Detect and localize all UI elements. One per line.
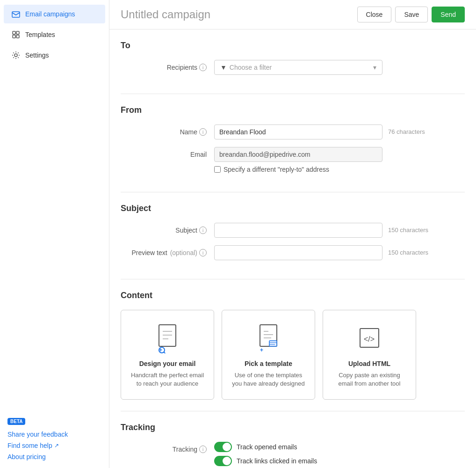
design-email-title: Design your email — [139, 360, 196, 367]
content-section: Content + Design your email Hand — [121, 279, 465, 411]
track-opened-label: Track opened emails — [237, 443, 297, 451]
reply-to-checkbox-row: Specify a different "reply-to" address — [214, 166, 465, 173]
sidebar-item-templates[interactable]: Templates — [4, 25, 105, 44]
tracking-row: Tracking i Track opened emails Track lin… — [121, 442, 465, 466]
svg-point-5 — [14, 54, 17, 57]
share-feedback-link[interactable]: Share your feedback — [7, 431, 101, 438]
design-email-desc: Handcraft the perfect email to reach you… — [129, 371, 206, 388]
track-links-label: Track links clicked in emails — [237, 457, 317, 465]
content-section-title: Content — [121, 291, 465, 300]
preview-text-control: 150 characters — [214, 245, 465, 260]
svg-rect-2 — [16, 31, 19, 34]
preview-text-label: Preview text (optional) i — [121, 245, 214, 256]
upload-html-card[interactable]: </> Upload HTML Copy paste an existing e… — [323, 310, 416, 400]
recipients-control: ▼ Choose a filter ▾ — [214, 60, 465, 75]
save-button[interactable]: Save — [395, 7, 428, 22]
share-feedback-label: Share your feedback — [7, 431, 68, 438]
filter-icon: ▼ — [220, 64, 227, 71]
header-actions: Close Save Send — [357, 7, 465, 22]
svg-line-8 — [164, 352, 166, 353]
name-control: 76 characters — [214, 124, 465, 139]
name-char-count: 76 characters — [388, 124, 425, 135]
svg-rect-0 — [12, 12, 20, 17]
design-email-icon: + — [151, 322, 184, 354]
pick-template-desc: Use of one the templates you have alread… — [230, 371, 307, 388]
name-input[interactable] — [214, 124, 382, 139]
send-button[interactable]: Send — [432, 7, 465, 22]
upload-html-icon: </> — [353, 322, 386, 354]
design-email-card[interactable]: + Design your email Handcraft the perfec… — [121, 310, 214, 400]
name-info-icon: i — [199, 128, 207, 136]
subject-section: Subject Subject i 150 characters Preview… — [121, 192, 465, 279]
preview-optional-label: (optional) — [170, 249, 197, 256]
subject-row: Subject i 150 characters — [121, 223, 465, 238]
tracking-info-icon: i — [199, 446, 207, 453]
page-header: Untitled campaign Close Save Send — [109, 0, 476, 29]
external-link-icon: ↗ — [54, 442, 59, 449]
page-title: Untitled campaign — [121, 8, 210, 21]
chevron-down-icon: ▾ — [373, 64, 376, 71]
reply-to-checkbox[interactable] — [214, 166, 221, 173]
sidebar: Email campaigns Templates Settings BETA … — [0, 0, 109, 468]
name-label: Name i — [121, 124, 214, 136]
upload-html-desc: Copy paste an existing email from anothe… — [331, 371, 408, 388]
tracking-section-title: Tracking — [121, 423, 465, 432]
tracking-section: Tracking Tracking i Track opened emails — [121, 411, 465, 468]
email-row: Email Specify a different "reply-to" add… — [121, 147, 465, 173]
email-campaigns-icon — [11, 9, 21, 19]
upload-html-title: Upload HTML — [348, 360, 390, 367]
sidebar-item-email-campaigns[interactable]: Email campaigns — [4, 5, 105, 23]
track-opened-toggle[interactable] — [214, 442, 232, 452]
svg-text:</>: </> — [364, 335, 375, 343]
form-area: To Recipients i ▼ Choose a filter ▾ — [109, 29, 476, 468]
preview-char-count: 150 characters — [388, 245, 428, 256]
sidebar-item-email-campaigns-label: Email campaigns — [25, 10, 75, 18]
tracking-control: Track opened emails Track links clicked … — [214, 442, 465, 466]
to-section-title: To — [121, 41, 465, 51]
main-content: Untitled campaign Close Save Send To Rec… — [109, 0, 476, 468]
recipients-row: Recipients i ▼ Choose a filter ▾ — [121, 60, 465, 75]
about-pricing-link[interactable]: About pricing — [7, 453, 101, 461]
recipients-label: Recipients i — [121, 60, 214, 71]
sidebar-item-settings[interactable]: Settings — [4, 46, 105, 65]
svg-rect-1 — [13, 31, 15, 34]
track-links-row: Track links clicked in emails — [214, 456, 465, 466]
templates-icon — [11, 30, 21, 39]
preview-info-icon: i — [199, 249, 207, 256]
svg-rect-3 — [13, 35, 15, 38]
settings-icon — [11, 51, 21, 60]
pick-template-icon: + — [252, 322, 285, 354]
to-section: To Recipients i ▼ Choose a filter ▾ — [121, 29, 465, 94]
subject-info-icon: i — [199, 227, 207, 234]
pick-template-card[interactable]: + Pick a template Use of one the templat… — [222, 310, 315, 400]
filter-placeholder: Choose a filter — [230, 64, 272, 71]
tracking-label: Tracking i — [121, 442, 214, 453]
subject-section-title: Subject — [121, 204, 465, 213]
preview-text-row: Preview text (optional) i 150 characters — [121, 245, 465, 260]
svg-rect-4 — [16, 35, 19, 38]
subject-control: 150 characters — [214, 223, 465, 238]
subject-label: Subject i — [121, 223, 214, 234]
track-links-toggle[interactable] — [214, 456, 232, 466]
name-row: Name i 76 characters — [121, 124, 465, 139]
email-control: Specify a different "reply-to" address — [214, 147, 465, 173]
reply-to-label: Specify a different "reply-to" address — [224, 166, 329, 173]
from-section-title: From — [121, 105, 465, 115]
from-section: From Name i 76 characters Email — [121, 94, 465, 192]
svg-text:+: + — [260, 347, 263, 353]
track-opened-row: Track opened emails — [214, 442, 465, 452]
subject-char-count: 150 characters — [388, 223, 428, 234]
svg-text:+: + — [159, 347, 162, 353]
filter-dropdown[interactable]: ▼ Choose a filter ▾ — [214, 60, 382, 75]
pick-template-title: Pick a template — [245, 360, 292, 367]
beta-badge: BETA — [7, 418, 25, 425]
recipients-info-icon: i — [199, 64, 207, 71]
sidebar-bottom: BETA Share your feedback Find some help … — [0, 410, 109, 468]
close-button[interactable]: Close — [357, 7, 392, 22]
subject-input[interactable] — [214, 223, 382, 238]
preview-text-input[interactable] — [214, 245, 382, 260]
find-help-link[interactable]: Find some help ↗ — [7, 442, 101, 449]
sidebar-item-settings-label: Settings — [25, 51, 49, 59]
email-input[interactable] — [214, 147, 382, 162]
find-help-label: Find some help — [7, 442, 52, 449]
